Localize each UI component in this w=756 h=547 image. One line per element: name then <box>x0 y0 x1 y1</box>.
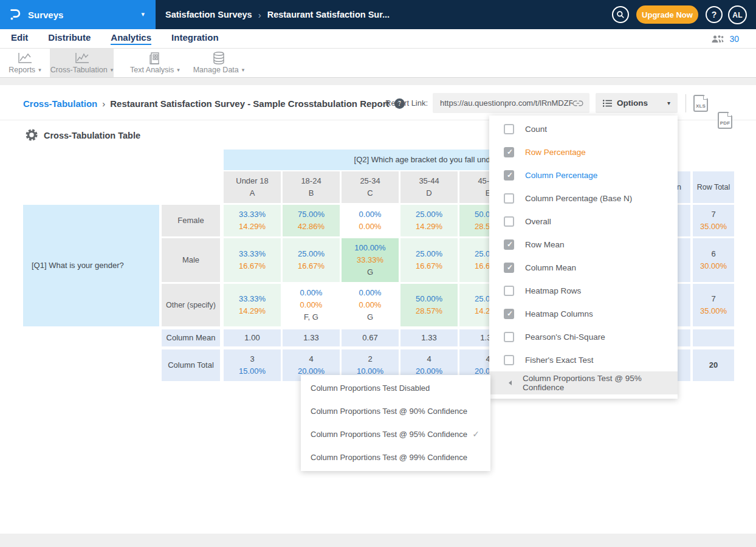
row-total-cell: 735.00% <box>693 284 734 326</box>
crosstab-cell: 33.33%16.67% <box>224 238 281 282</box>
chevron-down-icon: ▾ <box>667 100 670 106</box>
menu-item-row-mean[interactable]: Row Mean <box>489 233 678 256</box>
check-icon <box>472 429 479 439</box>
app: Surveys ▾ Satisfaction Surveys › Restaur… <box>0 0 756 547</box>
crosstab-cell: 75.00%42.86% <box>283 205 340 236</box>
breadcrumb-current: Restaurant Satisfaction Sur... <box>267 10 390 19</box>
column-total-cell: 315.00% <box>224 349 281 381</box>
chevron-down-icon: ▾ <box>38 67 41 73</box>
column-mean-cell: 1.00 <box>224 329 281 346</box>
toolbar-label: Text Analysis <box>130 66 174 74</box>
help-button[interactable]: ? <box>706 6 723 23</box>
menu-item-pearsons-chi-square[interactable]: Pearson's Chi-Square <box>489 325 678 348</box>
chevron-down-icon: ▾ <box>177 67 180 73</box>
toolbar-text-analysis[interactable]: Text Analysis▾ <box>125 49 185 77</box>
crosstab-cell: 0.00%0.00%F, G <box>283 284 340 326</box>
crosstab-cell: 50.00%28.57% <box>400 284 458 326</box>
col-header: 18-24B <box>283 171 340 203</box>
column-mean-cell: 1.33 <box>283 329 340 346</box>
row-label: Male <box>162 238 220 282</box>
options-menu: Count Row Percentage Column Percentage C… <box>489 115 678 399</box>
submenu-item-disabled[interactable]: Column Proportions Test Disabled <box>301 376 490 399</box>
menu-item-heatmap-columns[interactable]: Heatmap Columns <box>489 302 678 325</box>
checkbox[interactable] <box>504 193 514 204</box>
breadcrumb: Satisfaction Surveys › Restaurant Satisf… <box>165 0 390 29</box>
respondents-icon <box>711 35 724 43</box>
pdf-icon: PDF <box>720 120 730 126</box>
divider <box>686 94 686 112</box>
checkbox[interactable] <box>504 355 514 365</box>
menu-item-heatmap-rows[interactable]: Heatmap Rows <box>489 279 678 302</box>
toolbar-cross-tabulation[interactable]: Cross-Tabulation▾ <box>50 49 114 77</box>
report-link-label: Report Link: <box>385 98 428 108</box>
avatar[interactable]: AL <box>728 5 747 24</box>
menu-item-column-proportions-test[interactable]: Column Proportions Test @ 95% Confidence <box>489 371 678 394</box>
respondent-counter[interactable]: 30 <box>711 29 739 49</box>
toolbar-label: Cross-Tabulation <box>50 66 108 74</box>
checkbox[interactable] <box>504 309 514 319</box>
column-mean-label: Column Mean <box>162 329 220 346</box>
menu-item-overall[interactable]: Overall <box>489 210 678 233</box>
report-link-field[interactable]: https://au.questionpro.com/t/lRnMDZR <box>433 93 589 113</box>
export-xls-button[interactable]: XLS <box>693 95 708 112</box>
checkbox[interactable] <box>504 147 514 157</box>
xls-icon: XLS <box>696 103 706 109</box>
chevron-down-icon: ▾ <box>242 67 245 73</box>
crosstab-cell: 0.00%0.00%G <box>342 284 399 326</box>
column-mean-cell: 0.67 <box>342 329 399 346</box>
col-header: 25-34C <box>342 171 399 203</box>
database-icon <box>212 52 225 64</box>
crosstab-cell: 0.00%0.00% <box>342 205 399 236</box>
options-button[interactable]: Options ▾ <box>596 93 678 113</box>
tab-edit[interactable]: Edit <box>11 32 28 45</box>
toolbar-reports[interactable]: Reports▾ <box>5 49 45 77</box>
menu-item-fishers-exact-test[interactable]: Fisher's Exact Test <box>489 348 678 371</box>
link-icon <box>572 99 583 108</box>
line-chart-icon <box>74 52 90 64</box>
column-mean-cell: 1.33 <box>400 329 458 346</box>
menu-item-column-mean[interactable]: Column Mean <box>489 256 678 279</box>
row-label: Female <box>162 205 220 236</box>
menu-item-column-percentage-base-n[interactable]: Column Percentage (Base N) <box>489 187 678 210</box>
menu-item-count[interactable]: Count <box>489 117 678 140</box>
column-total-label: Column Total <box>162 349 220 381</box>
tab-analytics[interactable]: Analytics <box>111 32 151 45</box>
breadcrumb-separator: › <box>258 10 261 20</box>
row-total-header: Row Total <box>693 171 734 203</box>
export-pdf-button[interactable]: PDF <box>718 112 732 129</box>
crosstab-cell: 100.00%33.33%G <box>342 238 399 282</box>
crosstab-cell: 25.00%14.29% <box>400 205 458 236</box>
checkbox[interactable] <box>504 239 514 250</box>
checkbox[interactable] <box>504 263 514 273</box>
table-settings-button[interactable] <box>24 128 39 145</box>
checkbox[interactable] <box>504 332 514 342</box>
checkbox[interactable] <box>504 216 514 227</box>
col-header: 35-44D <box>400 171 458 203</box>
options-label: Options <box>617 98 648 108</box>
chevron-down-icon: ▾ <box>111 67 114 73</box>
tab-distribute[interactable]: Distribute <box>48 32 91 45</box>
app-switcher[interactable]: Surveys ▾ <box>0 0 156 29</box>
product-name: Surveys <box>28 10 63 20</box>
crosstab-cell: 33.33%14.29% <box>224 205 281 236</box>
crosstab-cell: 33.33%14.29% <box>224 284 281 326</box>
checkbox[interactable] <box>504 124 514 134</box>
crosstab-cell: 25.00%16.67% <box>400 238 458 282</box>
menu-item-row-percentage[interactable]: Row Percentage <box>489 140 678 163</box>
checkbox[interactable] <box>504 170 514 181</box>
submenu-item-90-confidence[interactable]: Column Proportions Test @ 90% Confidence <box>301 399 490 422</box>
search-button[interactable] <box>612 6 629 23</box>
breadcrumb-separator: › <box>102 98 105 109</box>
row-total-cell: 630.00% <box>693 238 734 282</box>
submenu-item-95-confidence[interactable]: Column Proportions Test @ 95% Confidence <box>301 422 490 446</box>
checkbox[interactable] <box>504 286 514 296</box>
toolbar-manage-data[interactable]: Manage Data▾ <box>190 49 248 77</box>
tab-integration[interactable]: Integration <box>171 32 219 45</box>
breadcrumb-parent[interactable]: Satisfaction Surveys <box>165 10 252 19</box>
menu-item-column-percentage[interactable]: Column Percentage <box>489 163 678 187</box>
crosstab-breadcrumb-link[interactable]: Cross-Tabulation <box>23 98 97 109</box>
submenu-item-99-confidence[interactable]: Column Proportions Test @ 99% Confidence <box>301 446 490 469</box>
crosstab-cell: 25.00%16.67% <box>283 238 340 282</box>
upgrade-button[interactable]: Upgrade Now <box>636 5 698 24</box>
report-url[interactable]: https://au.questionpro.com/t/lRnMDZR <box>440 98 572 108</box>
